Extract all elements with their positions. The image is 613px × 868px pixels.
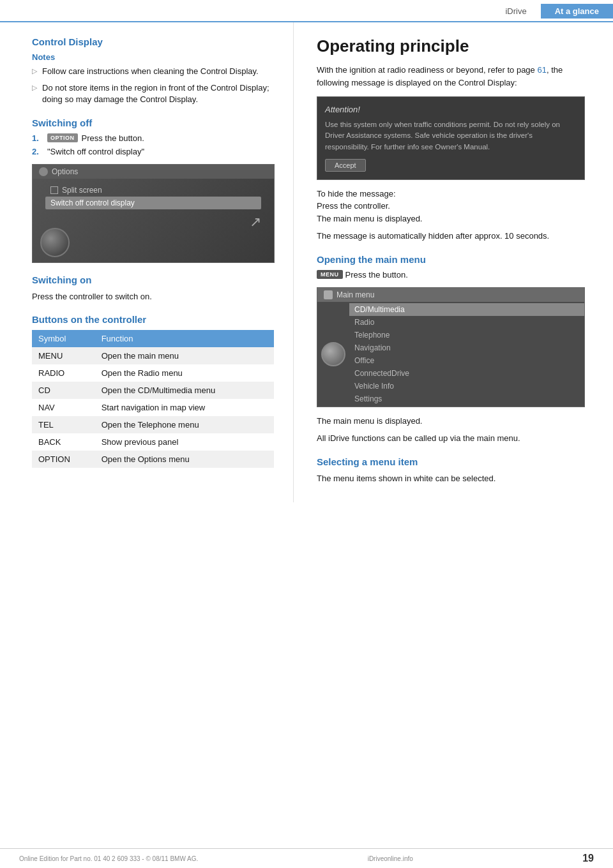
switch-off-item: Switch off control display	[45, 197, 261, 209]
options-menu-label: Options	[52, 167, 78, 176]
note-arrow-icon: ▷	[32, 66, 37, 76]
mm-knob-area	[317, 303, 349, 405]
auto-hide-text: The message is automatically hidden afte…	[317, 230, 594, 243]
main-menu-header-label: Main menu	[337, 290, 374, 299]
split-screen-item: Split screen	[45, 184, 261, 197]
switching-on-section: Switching on Press the controller to swi…	[32, 274, 274, 303]
function-cell: Open the CD/Multimedia menu	[95, 382, 274, 399]
buttons-table: Symbol Function MENUOpen the main menuRA…	[32, 330, 274, 468]
footer-watermark: iDriveonline.info	[368, 855, 413, 862]
control-display-title: Control Display	[32, 36, 274, 47]
page-header: iDrive At a glance	[0, 0, 613, 22]
symbol-cell: MENU	[32, 347, 95, 364]
notes-label: Notes	[32, 52, 274, 62]
mm-header-icon	[324, 290, 333, 299]
menu-button-icon: MENU	[317, 270, 343, 279]
attention-title: Attention!	[325, 105, 577, 114]
attention-screenshot: Attention! Use this system only when tra…	[317, 96, 585, 180]
operating-principle-title: Operating principle	[317, 36, 594, 56]
controller-knob	[40, 228, 70, 257]
menu-button-row: MENU Press the button.	[317, 270, 594, 280]
note-arrow-icon-2: ▷	[32, 83, 37, 93]
table-row: NAVStart navigation in map view	[32, 399, 274, 416]
function-cell: Open the Telephone menu	[95, 416, 274, 433]
selecting-menu-item-text: The menu items shown in white can be sel…	[317, 472, 594, 485]
symbol-cell: RADIO	[32, 364, 95, 382]
function-cell: Open the main menu	[95, 347, 274, 364]
switching-on-text: Press the controller to switch on.	[32, 290, 274, 303]
step-2: 2. "Switch off control display"	[32, 147, 274, 156]
page-footer: Online Edition for Part no. 01 40 2 609 …	[0, 848, 613, 868]
symbol-cell: CD	[32, 382, 95, 399]
buttons-controller-title: Buttons on the controller	[32, 314, 274, 325]
list-item: ConnectedDrive	[349, 367, 584, 380]
left-column: Control Display Notes ▷ Follow care inst…	[0, 22, 294, 502]
list-item: Vehicle Info	[349, 380, 584, 393]
main-menu-screenshot: Main menu CD/MultimediaRadioTelephoneNav…	[317, 287, 585, 407]
option-button-icon: OPTION	[47, 133, 78, 142]
menu-displayed-text: The main menu is displayed.	[317, 415, 594, 428]
options-menu-bar: Options	[33, 165, 274, 179]
table-row: CDOpen the CD/Multimedia menu	[32, 382, 274, 399]
footer-page-number: 19	[582, 853, 594, 864]
operating-principle-section: Operating principle With the ignition at…	[317, 36, 594, 243]
switching-off-section: Switching off 1. OPTION Press the button…	[32, 117, 274, 263]
table-row: TELOpen the Telephone menu	[32, 416, 274, 433]
table-row: BACKShow previous panel	[32, 433, 274, 451]
note-item-1: ▷ Follow care instructions when cleaning…	[32, 66, 274, 77]
options-screenshot: Options Split screen Switch off control …	[32, 164, 275, 263]
list-item: Settings	[349, 393, 584, 405]
options-items: Split screen Switch off control display	[33, 181, 274, 212]
idrive-functions-text: All iDrive functions can be called up vi…	[317, 432, 594, 445]
table-header-row: Symbol Function	[32, 330, 274, 347]
intro-text: With the ignition at radio readiness or …	[317, 64, 594, 89]
main-menu-header: Main menu	[317, 288, 584, 302]
opening-main-menu-section: Opening the main menu MENU Press the but…	[317, 254, 594, 445]
function-cell: Show previous panel	[95, 433, 274, 451]
tab-idrive[interactable]: iDrive	[491, 4, 540, 19]
function-cell: Start navigation in map view	[95, 399, 274, 416]
attention-body: Use this system only when traffic condit…	[325, 119, 577, 153]
page-link: 61	[537, 65, 546, 75]
symbol-cell: TEL	[32, 416, 95, 433]
col-symbol: Symbol	[32, 330, 95, 347]
tab-at-a-glance[interactable]: At a glance	[541, 4, 613, 19]
note-item-2: ▷ Do not store items in the region in fr…	[32, 82, 274, 105]
symbol-cell: NAV	[32, 399, 95, 416]
selecting-menu-item-section: Selecting a menu item The menu items sho…	[317, 456, 594, 485]
function-cell: Open the Options menu	[95, 451, 274, 468]
table-row: MENUOpen the main menu	[32, 347, 274, 364]
opening-main-menu-title: Opening the main menu	[317, 254, 594, 265]
hide-message-text: To hide the message: Press the controlle…	[317, 188, 594, 225]
list-item: CD/Multimedia	[349, 303, 584, 316]
symbol-cell: OPTION	[32, 451, 95, 468]
switching-off-title: Switching off	[32, 117, 274, 128]
list-item: Telephone	[349, 329, 584, 341]
function-cell: Open the Radio menu	[95, 364, 274, 382]
options-icon	[39, 167, 48, 176]
split-screen-checkbox	[50, 186, 58, 194]
symbol-cell: BACK	[32, 433, 95, 451]
footer-copyright: Online Edition for Part no. 01 40 2 609 …	[19, 855, 198, 862]
main-content: Control Display Notes ▷ Follow care inst…	[0, 22, 613, 502]
main-menu-items-container: CD/MultimediaRadioTelephoneNavigationOff…	[317, 302, 584, 407]
switching-on-title: Switching on	[32, 274, 274, 285]
list-item: Navigation	[349, 341, 584, 354]
right-column: Operating principle With the ignition at…	[294, 22, 613, 502]
main-menu-list: CD/MultimediaRadioTelephoneNavigationOff…	[349, 303, 584, 405]
col-function: Function	[95, 330, 274, 347]
buttons-controller-section: Buttons on the controller Symbol Functio…	[32, 314, 274, 468]
accept-button[interactable]: Accept	[325, 159, 366, 172]
list-item: Office	[349, 354, 584, 367]
list-item: Radio	[349, 316, 584, 329]
arrow-indicator: ↗	[250, 214, 261, 230]
selecting-menu-item-title: Selecting a menu item	[317, 456, 594, 467]
step-1: 1. OPTION Press the button.	[32, 133, 274, 143]
press-button-text: Press the button.	[345, 270, 408, 280]
table-row: OPTIONOpen the Options menu	[32, 451, 274, 468]
control-display-section: Control Display Notes ▷ Follow care inst…	[32, 36, 274, 106]
table-row: RADIOOpen the Radio menu	[32, 364, 274, 382]
mm-knob	[321, 342, 345, 366]
header-tabs: iDrive At a glance	[491, 4, 613, 19]
knob-graphic	[40, 228, 70, 257]
